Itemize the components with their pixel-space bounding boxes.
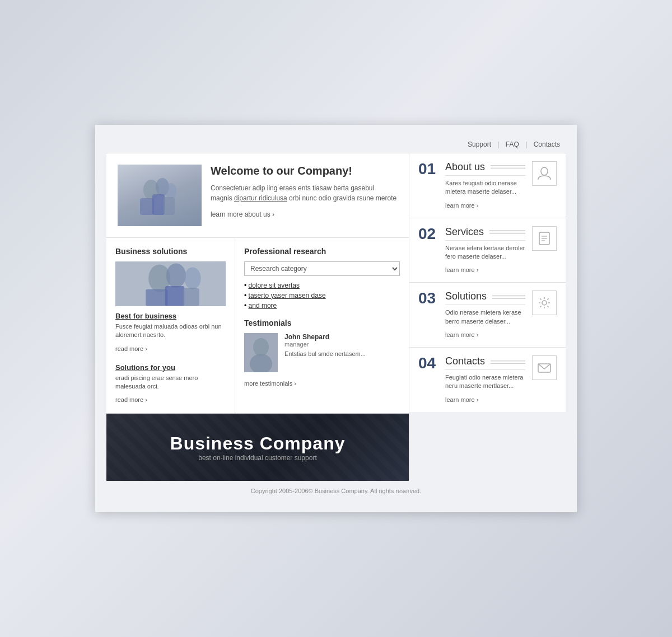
nav-contacts[interactable]: Contacts	[534, 140, 560, 148]
services-icon	[532, 226, 557, 251]
panel-body-services: Nerase ietera kertase deroler fero maser…	[445, 244, 525, 261]
research-link-2[interactable]: taserto yaser masen dase	[249, 292, 326, 299]
svg-point-2	[165, 183, 176, 199]
testimonial-role: manager	[284, 341, 366, 348]
nav-sep2: |	[525, 140, 527, 148]
panel-content-about: About us Kares feugiati odio nerase miet…	[445, 161, 525, 210]
svg-rect-11	[165, 286, 184, 306]
svg-rect-12	[183, 288, 199, 306]
hero-section: Welcome to our Company! Consectetuer adi…	[106, 153, 409, 238]
svg-rect-5	[164, 197, 175, 215]
main-layout: Welcome to our Company! Consectetuer adi…	[106, 153, 566, 481]
panel-solutions: 03 Solutions Odio nerase mietera kerase …	[409, 283, 566, 348]
banner-title: Business Company	[170, 433, 346, 454]
panel-cta-solutions[interactable]: learn more ›	[445, 331, 478, 338]
gear-icon	[536, 295, 552, 311]
research-link-item: and more	[244, 302, 400, 310]
biz-item2-body: eradi piscing erae sense mero malesuada …	[115, 374, 226, 391]
panel-number-01: 01	[418, 161, 438, 177]
hero-image-inner	[118, 165, 202, 226]
panel-cta-contacts[interactable]: learn more ›	[445, 396, 478, 403]
biz-item2-read[interactable]: read more ›	[115, 396, 147, 403]
svg-point-9	[184, 267, 201, 289]
mail-icon	[536, 360, 552, 376]
biz-item1-body: Fusce feugiat maluada odioas orbi nun al…	[115, 322, 226, 340]
avatar-illustration	[244, 333, 278, 372]
biz-solutions-heading: Business solutions	[115, 247, 226, 256]
svg-rect-4	[152, 194, 165, 215]
top-nav: Support | FAQ | Contacts	[106, 136, 566, 153]
panel-body-contacts: Feugiati odio nerase mietera neru masert…	[445, 373, 525, 391]
left-column: Welcome to our Company! Consectetuer adi…	[106, 153, 409, 481]
pro-research-heading: Professional research	[244, 247, 400, 256]
solutions-icon	[532, 291, 557, 315]
right-column: 01 About us Kares feugiati odio nerase m…	[409, 153, 566, 481]
svg-rect-10	[146, 289, 167, 306]
research-link-item: dolore sit avertas	[244, 282, 400, 289]
biz-solutions-image	[115, 261, 226, 306]
research-link-1[interactable]: dolore sit avertas	[249, 282, 300, 289]
hero-illustration	[132, 173, 188, 218]
panel-body-about: Kares feugiati odio nerase mietera maser…	[445, 179, 525, 196]
testimonial-item: John Shepard manager Entstias bul smde n…	[244, 333, 400, 372]
svg-point-8	[166, 263, 186, 287]
svg-point-16	[541, 167, 548, 175]
testimonial-text: John Shepard manager Entstias bul smde n…	[284, 333, 366, 372]
hero-body: Consectetuer adip iing eraes ents tiasaw…	[211, 183, 398, 203]
svg-point-21	[542, 301, 547, 305]
hero-cta[interactable]: learn more about us ›	[211, 210, 274, 218]
hero-link[interactable]: dipartur ridiculusa	[234, 194, 287, 202]
biz-item2-link[interactable]: Solutions for you	[115, 363, 226, 372]
banner-subtitle: best on-line individual customer support	[198, 454, 316, 462]
panel-title-solutions: Solutions	[445, 291, 525, 305]
panel-title-contacts: Contacts	[445, 355, 525, 370]
testimonials-section: Testimonials John Shepard	[244, 318, 400, 388]
panel-number-03: 03	[418, 291, 438, 306]
footer-text: Copyright 2005-2006© Business Company. A…	[251, 488, 421, 494]
research-links: dolore sit avertas taserto yaser masen d…	[244, 282, 400, 310]
nav-faq[interactable]: FAQ	[506, 140, 519, 148]
hero-text: Welcome to our Company! Consectetuer adi…	[211, 165, 398, 219]
hero-image	[118, 165, 202, 226]
biz-item1-link[interactable]: Best for business	[115, 312, 226, 320]
hero-title: Welcome to our Company!	[211, 165, 398, 177]
footer: Copyright 2005-2006© Business Company. A…	[106, 481, 566, 501]
more-testimonials-link[interactable]: more testimonials ›	[244, 380, 296, 387]
content-area: Business solutions Best for business	[106, 238, 409, 414]
panel-content-contacts: Contacts Feugiati odio nerase mietera ne…	[445, 355, 525, 404]
panel-content-services: Services Nerase ietera kertase deroler f…	[445, 226, 525, 275]
panel-decoration-lines	[492, 294, 525, 299]
panel-cta-about[interactable]: learn more ›	[445, 202, 478, 209]
biz-solutions: Business solutions Best for business	[106, 238, 235, 414]
panel-about: 01 About us Kares feugiati odio nerase m…	[409, 153, 566, 218]
panel-contacts: 04 Contacts Feugiati odio nerase mietera…	[409, 348, 566, 412]
panel-number-02: 02	[418, 226, 438, 242]
research-link-3[interactable]: and more	[249, 302, 277, 310]
about-icon	[532, 161, 557, 186]
panel-body-solutions: Odio nerase mietera kerase berro maserte…	[445, 308, 525, 326]
pro-research-section: Professional research Research category …	[235, 238, 409, 414]
contacts-icon	[532, 355, 557, 380]
biz-item1-read[interactable]: read more ›	[115, 345, 147, 352]
panel-title-about: About us	[445, 161, 525, 176]
panel-decoration-lines	[489, 229, 525, 234]
testimonial-quote: Entstias bul smde nertasem...	[284, 350, 366, 358]
research-category-select[interactable]: Research category Category 1 Category 2	[244, 261, 400, 276]
research-link-item: taserto yaser masen dase	[244, 292, 400, 299]
nav-sep1: |	[497, 140, 499, 148]
testimonials-heading: Testimonials	[244, 318, 400, 327]
panel-services: 02 Services Nerase ietera kertase derole…	[409, 218, 566, 283]
nav-support[interactable]: Support	[468, 140, 491, 148]
biz-illustration	[115, 261, 226, 306]
svg-rect-3	[140, 198, 154, 215]
panel-cta-services[interactable]: learn more ›	[445, 266, 478, 273]
panel-decoration-lines	[491, 165, 525, 169]
testimonial-name: John Shepard	[284, 333, 366, 341]
user-icon	[536, 166, 552, 181]
document-icon	[536, 231, 552, 246]
panel-number-04: 04	[418, 355, 438, 371]
panel-content-solutions: Solutions Odio nerase mietera kerase ber…	[445, 291, 525, 339]
panel-title-services: Services	[445, 226, 525, 241]
panel-decoration-lines	[491, 359, 525, 364]
page-wrapper: Support | FAQ | Contacts	[95, 125, 577, 513]
